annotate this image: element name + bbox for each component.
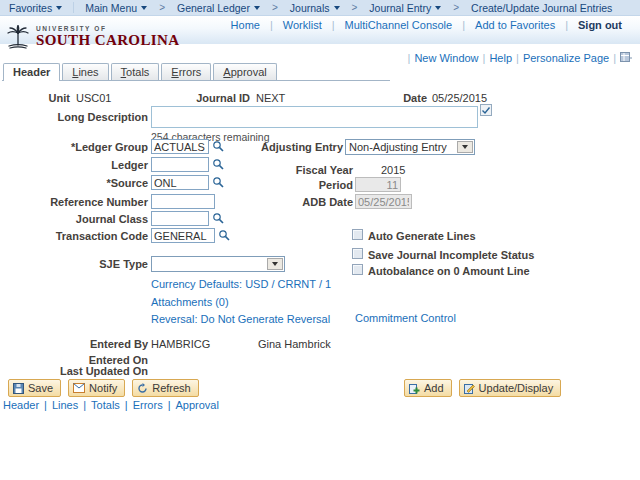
tab-header[interactable]: Header xyxy=(3,63,60,81)
sje-type-label: SJE Type xyxy=(0,258,148,271)
entered-by-value: HAMBRICG xyxy=(151,338,210,351)
commitment-control-link[interactable]: Commitment Control xyxy=(355,312,456,324)
journal-class-input[interactable] xyxy=(151,211,209,226)
tab-lines[interactable]: Lines xyxy=(62,63,108,80)
logo-line2: SOUTH CAROLINA xyxy=(36,32,180,49)
logo-line1: UNIVERSITY OF xyxy=(36,25,180,32)
journal-entry-page: Favorites Main Menu > General Ledger > J… xyxy=(0,0,640,480)
chevron-down-icon xyxy=(334,6,340,10)
sje-type-select[interactable] xyxy=(151,256,285,272)
add-to-favorites-link[interactable]: Add to Favorites xyxy=(465,19,565,31)
multichannel-console-link[interactable]: MultiChannel Console xyxy=(335,19,463,31)
breadcrumb-separator: > xyxy=(450,2,462,13)
breadcrumb-favorites[interactable]: Favorites xyxy=(0,2,71,14)
adjusting-entry-value: Non-Adjusting Entry xyxy=(349,141,447,153)
breadcrumb-separator: > xyxy=(269,2,281,13)
reference-number-label: Reference Number xyxy=(0,196,148,209)
chevron-down-icon xyxy=(462,145,468,149)
notify-icon xyxy=(73,383,85,393)
separator: | xyxy=(516,52,519,64)
save-label: Save xyxy=(28,382,53,394)
auto-generate-lines-checkbox[interactable] xyxy=(352,229,363,240)
new-window-link[interactable]: New Window xyxy=(414,52,478,64)
long-description-label: Long Description xyxy=(0,111,148,124)
refresh-label: Refresh xyxy=(152,382,191,394)
page-action-links: | New Window | Help | Personalize Page | xyxy=(408,52,632,64)
chevron-down-icon xyxy=(141,6,147,10)
auto-generate-lines-label: Auto Generate Lines xyxy=(368,230,476,242)
unit-label: Unit xyxy=(0,92,70,105)
chevron-down-icon xyxy=(435,6,441,10)
adjusting-entry-label: Adjusting Entry xyxy=(200,141,343,154)
select-arrow[interactable] xyxy=(267,258,283,270)
breadcrumb-label: Journal Entry xyxy=(369,2,431,14)
tab-approval[interactable]: Approval xyxy=(213,63,276,80)
sign-out-link[interactable]: Sign out xyxy=(568,19,632,31)
footer-tab-links: Header | Lines | Totals | Errors | Appro… xyxy=(3,399,219,411)
unit-value: USC01 xyxy=(76,92,111,105)
spell-check-icon[interactable] xyxy=(480,104,492,116)
chevron-down-icon xyxy=(56,6,62,10)
personalize-page-link[interactable]: Personalize Page xyxy=(523,52,609,64)
transaction-code-lookup-icon[interactable] xyxy=(218,229,231,242)
toolbar-right: Add Update/Display xyxy=(404,379,561,397)
breadcrumb-journal-entry[interactable]: Journal Entry xyxy=(360,2,450,14)
notify-button[interactable]: Notify xyxy=(68,379,125,397)
separator: | xyxy=(483,52,486,64)
copy-url-icon[interactable] xyxy=(620,52,632,64)
journal-class-lookup-icon[interactable] xyxy=(212,212,225,225)
separator: | xyxy=(168,399,171,411)
breadcrumb-label: Main Menu xyxy=(85,2,137,14)
currency-defaults-link[interactable]: Currency Defaults: USD / CRRNT / 1 xyxy=(151,278,331,290)
tab-label: Approval xyxy=(223,66,266,78)
add-label: Add xyxy=(424,382,444,394)
tab-label: Lines xyxy=(72,66,98,78)
footer-link-errors[interactable]: Errors xyxy=(133,399,163,411)
refresh-button[interactable]: Refresh xyxy=(132,379,199,397)
adb-date-label: ADB Date xyxy=(200,196,353,209)
footer-link-header[interactable]: Header xyxy=(3,399,39,411)
tab-errors[interactable]: Errors xyxy=(161,63,211,80)
transaction-code-input[interactable] xyxy=(151,228,215,243)
footer-link-lines[interactable]: Lines xyxy=(52,399,78,411)
adjusting-entry-select[interactable]: Non-Adjusting Entry xyxy=(345,139,475,155)
tab-totals[interactable]: Totals xyxy=(111,63,160,80)
usc-logo-text: UNIVERSITY OF SOUTH CAROLINA xyxy=(36,25,180,49)
breadcrumb-general-ledger[interactable]: General Ledger xyxy=(168,2,269,14)
add-button[interactable]: Add xyxy=(404,379,452,397)
update-display-button[interactable]: Update/Display xyxy=(459,379,562,397)
footer-link-totals[interactable]: Totals xyxy=(91,399,120,411)
ledger-group-label: *Ledger Group xyxy=(0,141,148,154)
save-journal-incomplete-checkbox[interactable] xyxy=(352,248,363,259)
save-button[interactable]: Save xyxy=(8,379,61,397)
refresh-icon xyxy=(137,383,148,394)
transaction-code-label: Transaction Code xyxy=(0,230,148,243)
palmetto-tree-icon xyxy=(5,25,31,49)
help-link[interactable]: Help xyxy=(489,52,512,64)
autobalance-label: Autobalance on 0 Amount Line xyxy=(368,265,530,277)
period-input xyxy=(355,177,401,192)
footer-link-approval[interactable]: Approval xyxy=(176,399,219,411)
chevron-down-icon xyxy=(254,6,260,10)
adb-date-input xyxy=(355,194,412,209)
worklist-link[interactable]: Worklist xyxy=(273,19,332,31)
period-label: Period xyxy=(200,179,353,192)
home-link[interactable]: Home xyxy=(221,19,270,31)
reversal-link[interactable]: Reversal: Do Not Generate Reversal xyxy=(151,313,330,325)
add-icon xyxy=(409,383,420,394)
select-arrow[interactable] xyxy=(457,141,473,153)
separator: | xyxy=(408,52,411,64)
separator: | xyxy=(125,399,128,411)
breadcrumb-label: Journals xyxy=(290,2,330,14)
tab-label: Totals xyxy=(121,66,150,78)
long-description-textarea[interactable] xyxy=(151,106,478,128)
autobalance-checkbox[interactable] xyxy=(352,264,363,275)
breadcrumb-journals[interactable]: Journals xyxy=(281,2,349,14)
notify-label: Notify xyxy=(89,382,117,394)
breadcrumb-main-menu[interactable]: Main Menu xyxy=(76,2,156,14)
chevron-down-icon xyxy=(272,262,278,266)
separator: | xyxy=(613,52,616,64)
ledger-label: Ledger xyxy=(0,159,148,172)
attachments-link[interactable]: Attachments (0) xyxy=(151,296,229,308)
save-icon xyxy=(13,383,24,394)
